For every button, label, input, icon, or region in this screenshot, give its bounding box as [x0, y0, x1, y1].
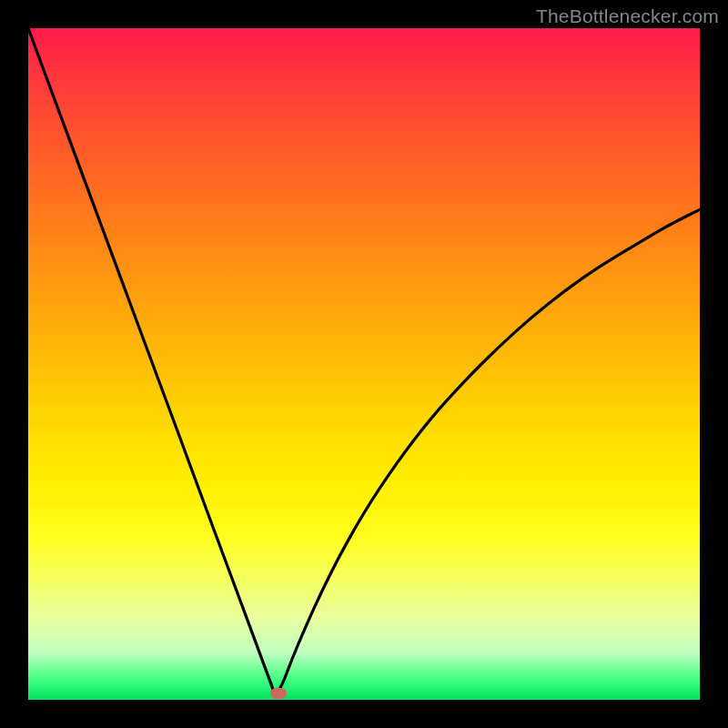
bottleneck-curve — [28, 28, 700, 693]
watermark-text: TheBottlenecker.com — [536, 5, 719, 27]
curve-layer — [28, 28, 700, 700]
optimum-marker — [270, 688, 287, 699]
plot-area — [28, 28, 700, 700]
chart-container: TheBottlenecker.com — [0, 0, 728, 728]
